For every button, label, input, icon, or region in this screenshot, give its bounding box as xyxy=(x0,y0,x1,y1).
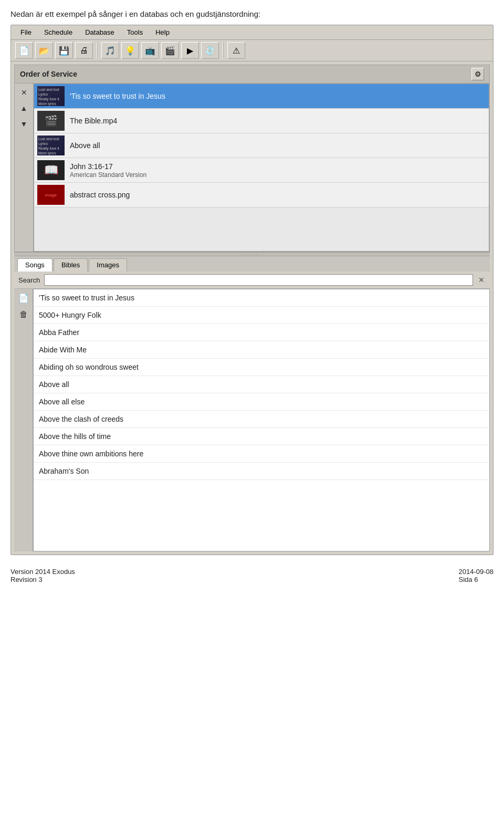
menu-help[interactable]: Help xyxy=(150,27,175,37)
service-item[interactable]: Lost and lostLyricsReally love itMore ly… xyxy=(34,84,489,109)
song-item[interactable]: Above thine own ambitions here xyxy=(34,445,489,463)
oos-remove-button[interactable]: ✕ xyxy=(17,86,31,99)
tab-songs[interactable]: Songs xyxy=(17,258,52,272)
oos-header: Order of Service ⚙ xyxy=(15,65,489,84)
service-item[interactable]: Lost and lostLyricsReally love itMore ly… xyxy=(34,133,489,158)
song-list[interactable]: 'Tis so sweet to trust in Jesus 5000+ Hu… xyxy=(33,289,490,551)
toolbar-separator-2 xyxy=(223,43,224,58)
lyrics-thumbnail: Lost and lostLyricsReally love itMore ly… xyxy=(37,86,65,106)
song-item[interactable]: Abide With Me xyxy=(34,341,489,359)
service-item[interactable]: image abstract cross.png xyxy=(34,183,489,207)
app-window: File Schedule Database Tools Help 📄 📂 💾 … xyxy=(10,25,494,555)
search-input[interactable] xyxy=(44,274,473,286)
footer-left: Version 2014 Exodus Revision 3 xyxy=(10,568,75,583)
service-thumb-video: 🎬 xyxy=(37,111,65,131)
content-area: Order of Service ⚙ ✕ ▲ ▼ Lost and xyxy=(11,61,493,555)
footer-date: 2014-09-08 xyxy=(459,568,494,576)
bible-thumbnail: 📖 xyxy=(37,160,65,180)
song-item[interactable]: 5000+ Hungry Folk xyxy=(34,307,489,324)
song-item[interactable]: Above the hills of time xyxy=(34,428,489,445)
search-bar: Search ✕ xyxy=(14,272,490,289)
page-footer: Version 2014 Exodus Revision 3 2014-09-0… xyxy=(0,559,504,589)
service-item-text: Above all xyxy=(70,141,100,150)
song-item[interactable]: Abba Father xyxy=(34,324,489,341)
header-text: Nedan är ett exempel på sånger i en data… xyxy=(10,9,260,18)
oos-down-button[interactable]: ▼ xyxy=(17,117,31,131)
service-item-subtitle: American Standard Version xyxy=(70,171,146,179)
menu-schedule[interactable]: Schedule xyxy=(39,27,78,37)
footer-version: Version 2014 Exodus xyxy=(10,568,75,576)
service-item-title: The Bible.mp4 xyxy=(70,117,117,125)
present-button[interactable]: 📺 xyxy=(141,42,159,59)
service-thumb-lyrics: Lost and lostLyricsReally love itMore ly… xyxy=(37,86,65,106)
video-button[interactable]: 🎬 xyxy=(161,42,179,59)
song-item[interactable]: Above all xyxy=(34,376,489,393)
toolbar: 📄 📂 💾 🖨 🎵 💡 📺 🎬 ▶ 💿 ⚠ xyxy=(11,40,493,61)
song-list-sidebar: 📄 🗑 xyxy=(14,289,33,551)
bible-icon: 📖 xyxy=(44,163,58,177)
service-item-title: John 3:16-17 xyxy=(70,162,146,171)
tab-bibles[interactable]: Bibles xyxy=(54,258,88,272)
search-label: Search xyxy=(18,276,40,284)
toolbar-separator xyxy=(97,43,98,58)
service-item-title: Above all xyxy=(70,141,100,150)
footer-page: Sida 6 xyxy=(459,576,494,583)
song-item[interactable]: Abraham's Son xyxy=(34,463,489,480)
play-button[interactable]: ▶ xyxy=(181,42,199,59)
oos-body: ✕ ▲ ▼ Lost and lostLyricsReally love itM… xyxy=(15,84,489,252)
dvd-button[interactable]: 💿 xyxy=(201,42,219,59)
alert-button[interactable]: ⚠ xyxy=(227,42,245,59)
service-item[interactable]: 📖 John 3:16-17 American Standard Version xyxy=(34,158,489,183)
song-item[interactable]: Abiding oh so wondrous sweet xyxy=(34,359,489,376)
service-list[interactable]: Lost and lostLyricsReally love itMore ly… xyxy=(34,84,489,252)
image-thumbnail: image xyxy=(37,185,65,205)
add-song-button[interactable]: 📄 xyxy=(17,291,30,305)
menu-bar: File Schedule Database Tools Help xyxy=(11,25,493,40)
service-item-title: abstract cross.png xyxy=(70,191,130,199)
image-icon: image xyxy=(45,193,57,197)
video-icon: 🎬 xyxy=(45,114,58,127)
gear-button[interactable]: ⚙ xyxy=(471,68,484,80)
light-button[interactable]: 💡 xyxy=(121,42,139,59)
video-thumbnail: 🎬 xyxy=(37,111,65,131)
oos-panel: Order of Service ⚙ ✕ ▲ ▼ Lost and xyxy=(14,65,490,252)
song-item[interactable]: Above the clash of creeds xyxy=(34,411,489,428)
service-item[interactable]: 🎬 The Bible.mp4 xyxy=(34,109,489,133)
open-button[interactable]: 📂 xyxy=(35,42,53,59)
new-button[interactable]: 📄 xyxy=(15,42,33,59)
lyrics-thumbnail-2: Lost and lostLyricsReally love itMore ly… xyxy=(37,135,65,155)
oos-up-button[interactable]: ▲ xyxy=(17,101,31,115)
song-item[interactable]: Above all else xyxy=(34,393,489,411)
tab-images[interactable]: Images xyxy=(89,258,127,272)
service-item-text: John 3:16-17 American Standard Version xyxy=(70,162,146,179)
bottom-panel: Songs Bibles Images Search ✕ 📄 🗑 'Tis so… xyxy=(14,256,490,551)
search-clear-button[interactable]: ✕ xyxy=(477,276,486,284)
song-item[interactable]: 'Tis so sweet to trust in Jesus xyxy=(34,289,489,307)
menu-database[interactable]: Database xyxy=(80,27,120,37)
service-item-text: The Bible.mp4 xyxy=(70,117,117,125)
menu-file[interactable]: File xyxy=(15,27,37,37)
footer-right: 2014-09-08 Sida 6 xyxy=(459,568,494,583)
service-thumb-image: image xyxy=(37,185,65,205)
music-button[interactable]: 🎵 xyxy=(101,42,119,59)
service-item-text: abstract cross.png xyxy=(70,191,130,199)
resize-handle[interactable]: · · · xyxy=(14,252,490,256)
oos-title: Order of Service xyxy=(20,70,77,78)
save-button[interactable]: 💾 xyxy=(55,42,73,59)
delete-song-button[interactable]: 🗑 xyxy=(17,308,30,321)
service-item-text: 'Tis so sweet to trust in Jesus xyxy=(70,92,165,100)
menu-tools[interactable]: Tools xyxy=(122,27,148,37)
service-thumb-lyrics2: Lost and lostLyricsReally love itMore ly… xyxy=(37,135,65,155)
oos-sidebar: ✕ ▲ ▼ xyxy=(15,84,34,252)
service-thumb-bible: 📖 xyxy=(37,160,65,180)
print-button[interactable]: 🖨 xyxy=(75,42,93,59)
service-item-title: 'Tis so sweet to trust in Jesus xyxy=(70,92,165,100)
tab-bar: Songs Bibles Images xyxy=(14,256,490,272)
song-list-panel: 📄 🗑 'Tis so sweet to trust in Jesus 5000… xyxy=(14,289,490,551)
page-header: Nedan är ett exempel på sånger i en data… xyxy=(0,0,504,25)
footer-revision: Revision 3 xyxy=(10,576,75,583)
